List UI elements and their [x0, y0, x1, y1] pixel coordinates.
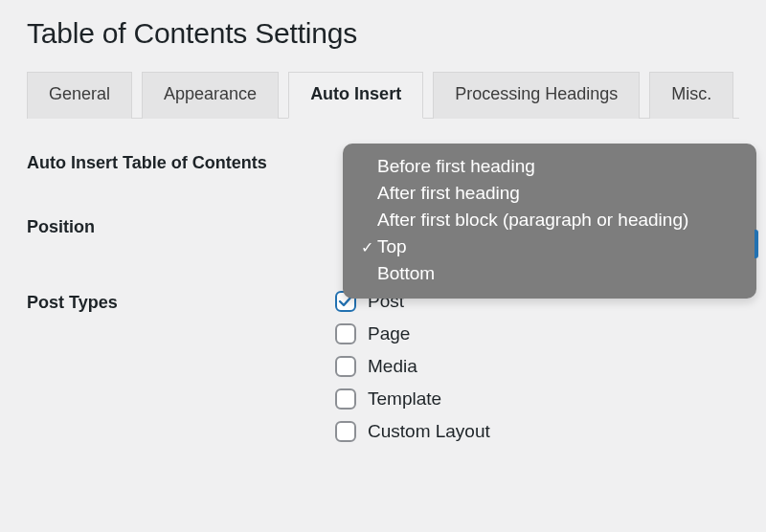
- post-types-label: Post Types: [27, 291, 326, 313]
- checkbox-label[interactable]: Custom Layout: [368, 421, 490, 442]
- option-label: Bottom: [377, 263, 435, 284]
- tab-auto-insert[interactable]: Auto Insert: [288, 72, 423, 119]
- checkbox-template[interactable]: [335, 388, 356, 410]
- option-label: Before first heading: [377, 156, 535, 177]
- option-label: After first block (paragraph or heading): [377, 210, 688, 231]
- position-select-dropdown[interactable]: Before first heading After first heading…: [343, 144, 756, 299]
- checkbox-media[interactable]: [335, 356, 356, 377]
- field-post-types-row: Post Types Post Page: [27, 291, 739, 442]
- checkbox-page[interactable]: [335, 323, 356, 344]
- checkbox-label[interactable]: Template: [368, 388, 441, 410]
- checkbox-label[interactable]: Page: [368, 323, 410, 344]
- post-type-option: Custom Layout: [335, 421, 490, 442]
- post-type-option: Template: [335, 388, 490, 410]
- auto-insert-label: Auto Insert Table of Contents: [27, 151, 326, 173]
- option-label: After first heading: [377, 183, 520, 204]
- check-icon: ✓: [356, 238, 377, 256]
- tabs: General Appearance Auto Insert Processin…: [27, 71, 739, 119]
- post-type-option: Media: [335, 356, 490, 377]
- tab-general[interactable]: General: [27, 72, 132, 119]
- position-option[interactable]: After first heading: [343, 180, 756, 207]
- checkbox-label[interactable]: Media: [368, 356, 417, 377]
- checkbox-custom-layout[interactable]: [335, 421, 356, 442]
- position-option[interactable]: Before first heading: [343, 153, 756, 180]
- option-label: Top: [377, 236, 407, 257]
- position-option[interactable]: After first block (paragraph or heading): [343, 207, 756, 233]
- post-type-option: Page: [335, 323, 490, 344]
- position-label: Position: [27, 215, 326, 237]
- tab-misc[interactable]: Misc.: [649, 72, 733, 119]
- select-focus-edge: [755, 230, 758, 258]
- position-option[interactable]: Bottom: [343, 260, 756, 287]
- position-option[interactable]: ✓ Top: [343, 233, 756, 260]
- tab-processing-headings[interactable]: Processing Headings: [433, 72, 640, 119]
- page-title: Table of Contents Settings: [27, 17, 739, 50]
- tab-appearance[interactable]: Appearance: [142, 72, 279, 119]
